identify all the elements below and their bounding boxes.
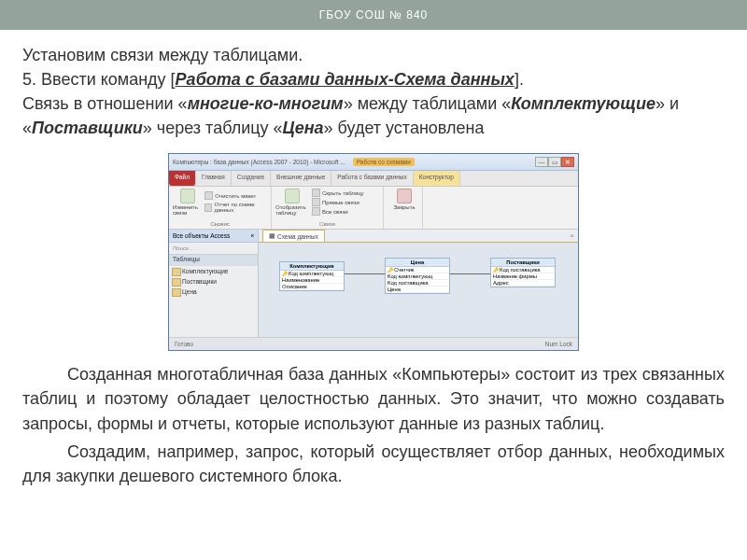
schema-icon: ▦ [269,232,275,240]
context-tab-label: Работа со схемами [353,158,415,166]
table-name: Комплектующие [511,94,655,113]
all-icon [312,207,320,216]
window-titlebar: Компьютеры : база данных (Access 2007 - … [169,154,578,171]
btn-show-table[interactable]: Отобразить таблицу [275,189,309,216]
tab-constructor[interactable]: Конструктор [414,171,460,186]
status-bar: Готово Num Lock [169,337,578,350]
ribbon-group-relations: Отобразить таблицу Скрыть таблицу Прямые… [272,187,384,229]
header-title: ГБОУ СОШ № 840 [319,8,429,21]
tab-file[interactable]: Файл [169,171,196,186]
canvas-area: ▦Схема данных × Комплектующие Код компле… [259,230,578,337]
minimize-button[interactable]: — [535,157,548,167]
btn-direct-rel[interactable]: Прямые связи [312,198,364,206]
paragraph-3: Создадим, например, запрос, который осущ… [22,440,725,488]
report-icon [204,203,212,212]
status-left: Готово [175,341,193,347]
tab-database[interactable]: Работа с базами данных [331,171,413,186]
text: » между таблицами « [344,94,512,113]
direct-icon [312,198,320,206]
btn-edit-relations[interactable]: Изменить связи [173,189,202,216]
text: Установим связи между таблицами. [22,46,303,64]
text: ]. [514,70,524,89]
close-button[interactable]: ✕ [561,157,574,167]
label: Все объекты Access [173,232,230,239]
tab-create[interactable]: Создание [232,171,271,186]
nav-header[interactable]: Все объекты Access « [169,230,258,243]
table-header: Цена [386,259,449,267]
btn-close-schema[interactable]: Закрыть [388,189,421,210]
label: Схема данных [277,233,318,240]
menu-command: Работа с базами данных-Схема данных [176,70,514,89]
label: Изменить связи [173,204,202,216]
nav-item[interactable]: Цена [169,287,258,297]
label: Отобразить таблицу [275,204,309,216]
relation-line[interactable] [345,273,385,274]
table-field: Наименование [280,277,344,284]
relations-icon [180,189,195,203]
placeholder: Поиск... [173,245,193,251]
window-title: Компьютеры : база данных (Access 2007 - … [173,159,345,165]
slide-header: ГБОУ СОШ № 840 [0,0,747,30]
btn-hide-table[interactable]: Скрыть таблицу [312,189,364,197]
group-title: Сервис [173,221,267,227]
table-box-1[interactable]: Комплектующие Код комплектующ Наименован… [279,261,345,291]
table-field: Цена [386,287,449,293]
table-box-2[interactable]: Цена Счетчик Код комплектующ Код поставщ… [385,258,450,294]
nav-category[interactable]: Таблицы [169,255,258,266]
relation-type: многие-ко-многим [188,94,344,113]
label: Прямые связи [322,200,359,205]
btn-clear-layout[interactable]: Очистить макет [204,191,267,200]
tab-home[interactable]: Главная [196,171,232,186]
group-title: Связи [275,221,379,227]
table-field: Код поставщика [491,267,555,273]
canvas-tab[interactable]: ▦Схема данных [262,230,325,242]
table-field: Код поставщика [386,280,449,287]
paragraph-1: Установим связи между таблицами. 5. Ввес… [22,43,725,140]
table-field: Код комплектующ [386,273,449,280]
btn-schema-report[interactable]: Отчет по схеме данных [204,202,267,213]
relation-line[interactable] [450,273,490,274]
canvas-close-button[interactable]: × [570,231,574,240]
table-field: Счетчик [386,267,449,273]
app-body: Все объекты Access « Поиск... Таблицы Ко… [169,230,578,337]
chevron-down-icon: « [250,232,254,239]
maximize-button[interactable]: ▭ [548,157,561,167]
ribbon: Изменить связи Очистить макет Отчет по с… [169,187,578,230]
label: Все связи [322,209,347,215]
table-field: Название фирмы [491,273,555,280]
table-field: Описание [280,284,344,290]
text: » через таблицу « [143,119,283,137]
ribbon-group-close: Закрыть [384,187,423,229]
label: Закрыть [393,204,415,210]
paragraph-2: Созданная многотабличная база данных «Ко… [22,362,725,435]
table-field: Адрес [491,280,555,287]
close-icon [397,189,412,203]
access-screenshot: Компьютеры : база данных (Access 2007 - … [168,153,579,351]
nav-item[interactable]: Комплектующие [169,266,258,276]
nav-search[interactable]: Поиск... [169,243,258,255]
slide-content: Установим связи между таблицами. 5. Ввес… [0,30,747,497]
nav-pane: Все объекты Access « Поиск... Таблицы Ко… [169,230,259,337]
table-field: Код комплектующ [280,271,344,277]
window-buttons: — ▭ ✕ [535,157,574,167]
table-name: Поставщики [32,119,143,137]
text: Связь в отношении « [22,94,188,113]
relations-canvas[interactable]: Комплектующие Код комплектующ Наименован… [259,242,578,337]
ribbon-tabs: Файл Главная Создание Внешние данные Раб… [169,171,578,187]
tab-external[interactable]: Внешние данные [271,171,331,186]
table-header: Поставщики [491,259,555,267]
hide-icon [312,189,320,197]
table-icon [285,189,300,203]
text: » будет установлена [324,119,485,137]
ribbon-group-service: Изменить связи Очистить макет Отчет по с… [169,187,272,229]
status-right: Num Lock [545,341,572,347]
label: Скрыть таблицу [322,190,364,196]
label: Очистить макет [215,193,256,199]
text: 5. Ввести команду [ [22,70,176,89]
btn-all-rel[interactable]: Все связи [312,207,364,216]
table-header: Комплектующие [280,262,344,271]
table-box-3[interactable]: Поставщики Код поставщика Название фирмы… [490,258,556,287]
clear-icon [204,191,213,200]
table-name: Цена [283,119,324,137]
nav-item[interactable]: Поставщики [169,276,258,287]
